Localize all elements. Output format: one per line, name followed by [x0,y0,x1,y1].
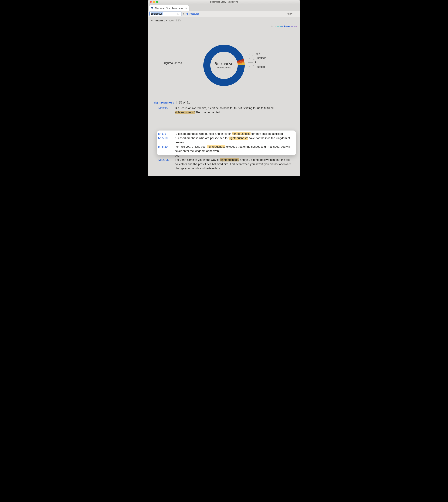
lemma-greek: δικαιοσύνη [215,61,233,66]
collapse-toggle-icon[interactable] [151,20,153,21]
verse-row: Mt 5:6“Blessed are those who hunger and … [158,132,294,136]
chart-label-right-0[interactable]: right [248,51,289,56]
titlebar: Bible Word Study | δικαιοσύνη [148,0,300,4]
passage-scope-link[interactable]: All Passages [186,12,200,15]
tab-label: Bible Word Study | δικαιοσύνη [154,7,184,9]
close-tab-icon[interactable]: × [185,7,187,9]
verse-text: “Blessed are those who are persecuted fo… [175,136,294,145]
new-tab-button[interactable]: + [191,5,195,10]
tab-word-study[interactable]: ◎ Bible Word Study | δικαιοσύνη × [149,5,189,11]
minimize-window-button[interactable] [153,1,155,3]
frequency-summary: 91 [271,25,297,28]
svg-point-9 [296,26,297,27]
highlighted-term: righteousness’ [229,137,248,140]
window-controls [148,1,158,3]
results-header: righteousness | 85 of 91 [154,101,190,104]
chart-label-right-1[interactable]: justified [248,56,289,60]
in-label: in [183,12,184,15]
verse-reference-link[interactable]: Mt 3:15 [158,106,173,115]
chart-label-left[interactable]: righteousness [155,61,196,65]
verse-text: For I tell you, unless your righteousnes… [175,145,294,153]
lemma-gloss: righteousness [217,66,231,69]
chart-labels-right: right justified it justice [248,51,289,69]
toolbar: δικαιοσύνη in All Passages Add ▾ ⋮ [148,11,300,17]
verse-text: “Blessed are those who hunger and thirst… [175,132,294,136]
verse-row: Mt 5:20For I tell you, unless your right… [158,145,294,153]
chart-label-righteousness: righteousness [164,61,182,65]
section-label: TRANSLATION [155,19,174,22]
verse-reference-link[interactable]: Mt 5:20 [158,145,172,153]
sparkline-icon [275,25,297,28]
verse-row: Mt 5:10“Blessed are those who are persec… [158,136,294,145]
highlighted-term: righteousness, [220,158,239,161]
highlighted-term: righteousness.” [175,111,195,114]
verse-text: For John came to you in the way of right… [175,158,294,171]
close-window-button[interactable] [150,1,152,3]
results-separator: | [176,101,177,104]
leader-line [183,63,196,63]
highlighted-term: righteousness, [232,132,251,136]
verse-reference-link[interactable]: Mt 5:6 [158,132,172,136]
verse-highlight-card: Mt 5:6“Blessed are those who hunger and … [157,131,296,155]
tab-bar: ◎ Bible Word Study | δικαιοσύνη × + [148,4,300,11]
content-area: TRANSLATION ESV 91 [148,17,300,176]
svg-point-0 [276,26,276,27]
window-title: Bible Word Study | δικαιοσύνη [148,1,300,3]
ring-center-label: δικαιοσύνη righteousness [199,40,249,91]
verse-reference-link[interactable]: Mt 21:32 [158,158,173,171]
svg-point-2 [280,26,281,27]
chart-label-right-3[interactable]: justice [248,65,289,69]
highlighted-term: righteousness [207,145,225,148]
results-term-link[interactable]: righteousness [154,101,174,104]
verse-text: But Jesus answered him, “Let it be so no… [175,106,294,115]
results-count: 85 of 91 [178,101,190,104]
app-window: Bible Word Study | δικαιοσύνη ◎ Bible Wo… [148,0,300,176]
chevron-down-icon: ▾ [291,12,292,15]
tab-app-icon: ◎ [151,7,153,9]
translation-version: ESV [176,19,181,22]
search-input[interactable]: δικαιοσύνη [151,12,163,15]
section-header: TRANSLATION ESV [148,17,300,22]
add-label: Add [287,12,291,15]
zoom-window-button[interactable] [156,1,158,3]
svg-point-6 [289,26,290,27]
svg-point-5 [288,26,289,27]
total-count: 91 [271,25,274,28]
verse-row: Mt 21:32For John came to you in the way … [157,158,295,171]
chart-label-right-2[interactable]: it [248,60,289,65]
verse-row: Mt 3:15But Jesus answered him, “Let it b… [157,106,295,115]
translation-ring-chart[interactable]: δικαιοσύνη righteousness righteousness r… [148,37,300,93]
panel-menu-icon[interactable]: ⋮ [294,12,299,15]
verse-reference-link[interactable]: Mt 5:10 [158,136,172,145]
search-input-wrapper[interactable]: δικαιοσύνη [149,12,181,16]
add-menu[interactable]: Add ▾ [287,12,292,15]
keyboard-icon[interactable] [177,13,180,15]
